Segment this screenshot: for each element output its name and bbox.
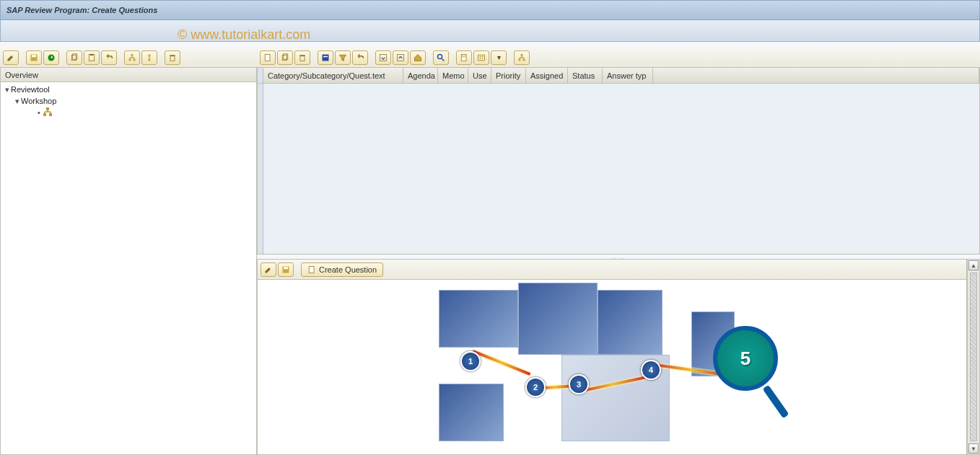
svg-rect-1 (32, 55, 36, 57)
svg-rect-31 (519, 58, 521, 61)
save-icon[interactable] (26, 50, 42, 65)
org-unit-icon (43, 107, 53, 118)
content-area: Overview ▾ Reviewtool ▾ Workshop • (0, 48, 980, 455)
svg-rect-8 (129, 58, 131, 61)
window-title: SAP Review Program: Create Questions (0, 0, 980, 20)
svg-point-25 (438, 54, 442, 58)
layout-doc-icon[interactable] (456, 50, 472, 65)
tree-leaf[interactable]: • (4, 107, 253, 118)
find-icon[interactable] (433, 50, 449, 65)
delete-icon[interactable] (294, 50, 310, 65)
svg-rect-16 (49, 113, 52, 116)
col-agenda[interactable]: Agenda (403, 68, 438, 83)
new-doc-icon (307, 265, 316, 274)
svg-rect-17 (265, 54, 270, 61)
chevron-down-icon[interactable]: ▾ (14, 97, 21, 106)
undo-icon[interactable] (101, 50, 117, 65)
home-icon[interactable] (410, 50, 426, 65)
svg-rect-34 (284, 267, 288, 269)
create-question-button[interactable]: Create Question (301, 262, 383, 277)
paste-icon[interactable] (84, 50, 100, 65)
col-spacer (653, 68, 979, 83)
collapse-icon[interactable] (393, 50, 408, 65)
path-segment (472, 350, 530, 376)
edit-icon[interactable] (261, 262, 276, 277)
hierarchy-icon[interactable] (124, 50, 140, 65)
tree-child[interactable]: ▾ Workshop (4, 95, 253, 107)
col-memo[interactable]: Memo (438, 68, 468, 83)
svg-rect-27 (462, 56, 465, 56)
tree-root-label: Reviewtool (11, 85, 50, 94)
svg-rect-20 (300, 56, 305, 61)
title-text: SAP Review Program: Create Questions (6, 6, 157, 14)
undo-icon[interactable] (352, 50, 368, 65)
funnel-icon[interactable] (335, 50, 351, 65)
col-assigned[interactable]: Assigned (526, 68, 568, 83)
svg-rect-24 (398, 54, 404, 61)
svg-rect-29 (478, 55, 485, 61)
process-node-2: 2 (525, 377, 546, 397)
process-node-4: 4 (641, 360, 661, 380)
process-node-3: 3 (569, 374, 589, 394)
layout-more-icon[interactable]: ▾ (491, 50, 507, 65)
delete-icon[interactable] (165, 50, 180, 65)
col-answer-typ[interactable]: Answer typ (603, 68, 653, 83)
col-category[interactable]: Category/Subcategory/Quest.text (263, 68, 403, 83)
grid-row-header-col (257, 84, 263, 255)
illustration-area: 1 2 3 4 5 (258, 280, 966, 454)
watermark: © www.tutorialkart.com (178, 27, 310, 43)
filter-icon[interactable] (318, 50, 333, 65)
vertical-scrollbar[interactable]: ▲ ▼ (967, 259, 980, 455)
svg-rect-11 (149, 58, 151, 61)
svg-rect-15 (43, 113, 46, 116)
tree-toolbar (0, 48, 257, 68)
svg-rect-35 (309, 266, 314, 273)
col-use[interactable]: Use (468, 68, 491, 83)
tree-header-text: Overview (5, 71, 38, 79)
grid-toolbar: ▾ (257, 48, 980, 68)
structure-icon[interactable] (514, 50, 530, 65)
svg-rect-6 (90, 53, 94, 55)
svg-rect-14 (46, 107, 49, 110)
process-collage: 1 2 3 4 5 (439, 283, 785, 449)
svg-rect-26 (461, 54, 466, 61)
magnifier-node-5: 5 (713, 326, 778, 391)
tree-pane: Overview ▾ Reviewtool ▾ Workshop • (0, 48, 257, 455)
svg-rect-32 (523, 58, 525, 61)
svg-rect-30 (521, 53, 523, 56)
tree-header[interactable]: Overview (0, 68, 257, 82)
svg-rect-22 (323, 54, 329, 61)
grid-body[interactable] (263, 84, 980, 255)
question-detail: Create Question (257, 259, 967, 455)
layout-grid-icon[interactable] (473, 50, 489, 65)
svg-rect-13 (170, 55, 175, 56)
bullet-icon: • (35, 108, 43, 117)
node-icon[interactable] (141, 50, 157, 65)
col-status[interactable]: Status (568, 68, 603, 83)
expand-icon[interactable] (375, 50, 391, 65)
refresh-icon[interactable] (43, 50, 59, 65)
tree-root[interactable]: ▾ Reviewtool (4, 84, 253, 95)
copy-icon[interactable] (277, 50, 293, 65)
photo-tile (439, 290, 518, 348)
detail-pane: ▾ Category/Subcategory/Quest.text Agenda… (257, 48, 980, 455)
photo-tile (518, 283, 598, 355)
new-doc-icon[interactable] (260, 50, 276, 65)
scroll-down-icon[interactable]: ▼ (968, 443, 979, 454)
app-toolbar-empty (0, 20, 980, 42)
path-segment (579, 376, 647, 392)
copy-icon[interactable] (66, 50, 82, 65)
edit-icon[interactable] (3, 50, 19, 65)
svg-rect-7 (131, 53, 134, 56)
chevron-down-icon[interactable]: ▾ (4, 85, 11, 94)
lower-pane: Create Question (257, 259, 980, 455)
node-5-label: 5 (740, 348, 751, 370)
svg-rect-10 (149, 54, 151, 56)
svg-rect-21 (299, 55, 305, 56)
svg-rect-9 (134, 58, 136, 61)
save-icon[interactable] (278, 262, 294, 277)
col-priority[interactable]: Priority (491, 68, 526, 83)
scroll-track[interactable] (970, 273, 977, 441)
create-question-label: Create Question (319, 265, 377, 274)
scroll-up-icon[interactable]: ▲ (968, 260, 979, 270)
